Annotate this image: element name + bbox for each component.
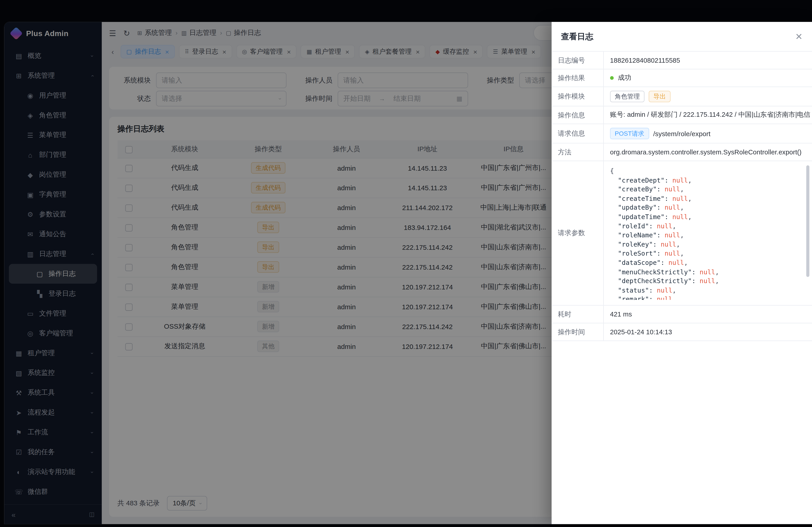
- drawer-title: 查看日志: [561, 31, 593, 42]
- description-label: 方法: [551, 144, 604, 161]
- description-row: 方法org.dromara.system.controller.system.S…: [551, 144, 812, 161]
- description-label: 日志编号: [551, 51, 604, 69]
- request-url: /system/role/export: [653, 130, 710, 137]
- close-drawer-icon[interactable]: ✕: [795, 32, 802, 41]
- request-params-code[interactable]: { "createDept": null, "createBy": null, …: [610, 166, 806, 300]
- description-value: POST请求/system/role/export: [604, 124, 812, 143]
- module-tag: 角色管理: [610, 91, 644, 102]
- description-label: 耗时: [551, 306, 604, 323]
- description-value: 账号: admin / 研发部门 / 222.175.114.242 / 中国|…: [604, 106, 812, 123]
- log-descriptions: 日志编号1882612840802115585操作结果成功操作模块角色管理导出操…: [551, 51, 812, 341]
- description-label: 操作模块: [551, 87, 604, 106]
- description-value: 1882612840802115585: [604, 51, 812, 69]
- description-label: 操作结果: [551, 70, 604, 87]
- description-row: 操作时间2025-01-24 10:14:13: [551, 323, 812, 341]
- description-label: 操作信息: [551, 106, 604, 123]
- module-tag: 导出: [649, 91, 670, 102]
- description-label: 操作时间: [551, 323, 604, 340]
- drawer-header: 查看日志 ✕: [551, 22, 812, 51]
- description-value: 2025-01-24 10:14:13: [604, 323, 812, 340]
- description-row: 操作结果成功: [551, 70, 812, 87]
- description-value: org.dromara.system.controller.system.Sys…: [604, 144, 812, 161]
- success-status-dot: [610, 76, 614, 80]
- description-row: 请求参数{ "createDept": null, "createBy": nu…: [551, 161, 812, 306]
- description-label: 请求信息: [551, 124, 604, 143]
- description-value: { "createDept": null, "createBy": null, …: [604, 161, 812, 305]
- code-scrollbar-thumb[interactable]: [806, 165, 810, 277]
- description-row: 请求信息POST请求/system/role/export: [551, 124, 812, 144]
- description-value: 421 ms: [604, 306, 812, 323]
- description-row: 操作模块角色管理导出: [551, 87, 812, 106]
- app-root: Plus Admin ▤概览›⊞系统管理›◉用户管理◈角色管理☰菜单管理⌂部门管…: [0, 0, 812, 527]
- http-method-tag: POST请求: [610, 128, 649, 139]
- description-label: 请求参数: [551, 161, 604, 305]
- description-row: 耗时421 ms: [551, 306, 812, 323]
- status-text: 成功: [618, 74, 631, 82]
- description-value: 角色管理导出: [604, 87, 812, 106]
- log-detail-drawer: 查看日志 ✕ 日志编号1882612840802115585操作结果成功操作模块…: [551, 22, 812, 524]
- description-value: 成功: [604, 70, 812, 87]
- description-row: 操作信息账号: admin / 研发部门 / 222.175.114.242 /…: [551, 106, 812, 124]
- description-row: 日志编号1882612840802115585: [551, 51, 812, 70]
